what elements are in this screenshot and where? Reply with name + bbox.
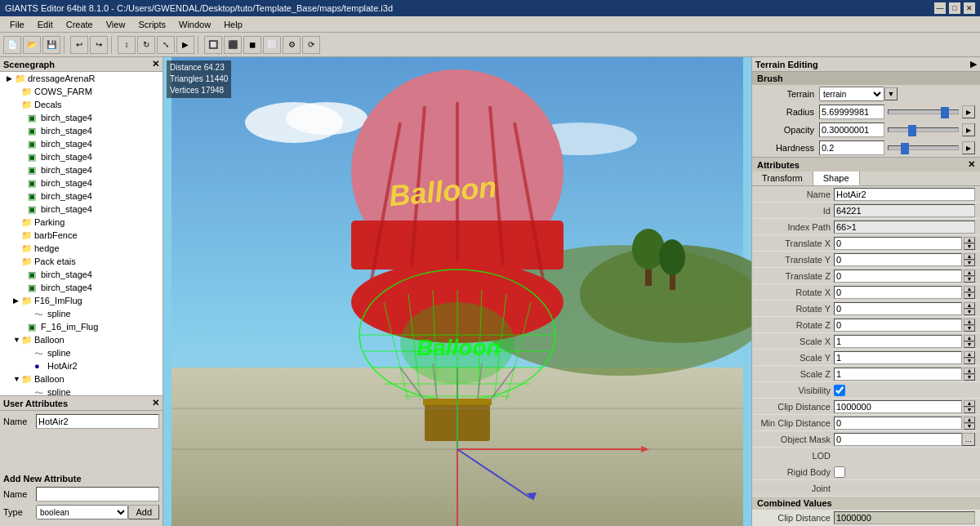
opacity-arrow[interactable]: ▶ [962, 123, 975, 136]
scale-z-up[interactable]: ▲ [964, 368, 975, 374]
hardness-input[interactable] [819, 140, 884, 155]
close-button[interactable]: ✕ [964, 2, 975, 14]
field-rotate-x-input[interactable] [834, 286, 962, 299]
translate-z-down[interactable]: ▼ [964, 276, 975, 283]
tree-item[interactable]: ▼📁Balloon [0, 333, 163, 346]
min-clip-down[interactable]: ▼ [964, 423, 975, 430]
translate-z-up[interactable]: ▲ [964, 270, 975, 276]
tree-item[interactable]: 〜spline [0, 386, 163, 395]
translate-y-up[interactable]: ▲ [964, 253, 975, 260]
menu-create[interactable]: Create [60, 16, 100, 32]
clip-dist-down[interactable]: ▼ [964, 407, 975, 413]
attrs-close[interactable]: ✕ [968, 159, 975, 170]
tab-transform[interactable]: Transform [752, 172, 813, 185]
redo-button[interactable]: ↪ [90, 36, 108, 54]
obj-mask-btn[interactable]: ... [962, 433, 975, 446]
maximize-button[interactable]: □ [949, 2, 960, 14]
scale-x-up[interactable]: ▲ [964, 335, 975, 341]
name-input[interactable] [36, 414, 159, 429]
new-button[interactable]: 📄 [3, 36, 21, 54]
translate-x-down[interactable]: ▼ [964, 243, 975, 250]
terrain-expand-btn[interactable]: ▼ [884, 87, 898, 100]
field-translate-y-input[interactable] [834, 253, 962, 266]
tree-item[interactable]: 📁Decals [0, 98, 163, 111]
tree-item[interactable]: ▣birch_stage4 [0, 268, 163, 281]
field-scale-z-input[interactable] [834, 368, 962, 381]
rotate-x-up[interactable]: ▲ [964, 286, 975, 292]
field-rotate-y-input[interactable] [834, 302, 962, 315]
tree-item[interactable]: ▣birch_stage4 [0, 203, 163, 216]
radius-slider[interactable] [888, 109, 959, 114]
radius-thumb[interactable] [941, 107, 949, 118]
attr-type-select[interactable]: boolean integer float string [36, 505, 128, 519]
minimize-button[interactable]: — [934, 2, 946, 14]
scenegraph-list[interactable]: ▶📁dressageArenaR📁COWS_FARM📁Decals▣birch_… [0, 72, 163, 395]
hardness-slider[interactable] [888, 145, 959, 150]
menu-window[interactable]: Window [172, 16, 217, 32]
field-rotate-z-input[interactable] [834, 319, 962, 332]
field-translate-z-input[interactable] [834, 270, 962, 283]
tree-item[interactable]: ▶📁F16_ImFlug [0, 294, 163, 307]
opacity-input[interactable] [819, 123, 884, 137]
rotate-z-down[interactable]: ▼ [964, 325, 975, 332]
play-button[interactable]: ▶ [176, 36, 194, 54]
tree-item[interactable]: ▣birch_stage4 [0, 124, 163, 137]
rotate-y-up[interactable]: ▲ [964, 302, 975, 309]
tree-item[interactable]: ▣birch_stage4 [0, 163, 163, 176]
user-attrs-close[interactable]: ✕ [152, 398, 159, 408]
scenegraph-close[interactable]: ✕ [152, 59, 159, 69]
refresh-button[interactable]: ⟳ [302, 36, 320, 54]
rotate-x-down[interactable]: ▼ [964, 292, 975, 299]
tree-item[interactable]: 〜spline [0, 346, 163, 359]
rotate-button[interactable]: ↻ [137, 36, 155, 54]
settings-button[interactable]: ⚙ [283, 36, 301, 54]
scale-y-up[interactable]: ▲ [964, 351, 975, 358]
tree-item[interactable]: ▣birch_stage4 [0, 176, 163, 189]
attr-name-input[interactable] [36, 487, 159, 501]
visibility-checkbox[interactable] [834, 385, 845, 396]
rotate-y-down[interactable]: ▼ [964, 309, 975, 315]
tree-item[interactable]: 📁Parking [0, 216, 163, 229]
rotate-z-up[interactable]: ▲ [964, 319, 975, 325]
undo-button[interactable]: ↩ [70, 36, 88, 54]
tree-item[interactable]: ▣birch_stage4 [0, 189, 163, 203]
viewport[interactable]: Balloon Balloon [163, 57, 751, 526]
tool1-button[interactable]: 🔲 [204, 36, 222, 54]
menu-edit[interactable]: Edit [31, 16, 60, 32]
scale-y-down[interactable]: ▼ [964, 358, 975, 364]
translate-x-up[interactable]: ▲ [964, 237, 975, 243]
menu-file[interactable]: File [3, 16, 31, 32]
tree-item[interactable]: ▣F_16_im_Flug [0, 320, 163, 333]
open-button[interactable]: 📂 [23, 36, 41, 54]
save-button[interactable]: 💾 [42, 36, 60, 54]
field-obj-mask-input[interactable] [834, 433, 962, 446]
field-scale-y-input[interactable] [834, 351, 962, 364]
tree-item[interactable]: ▣birch_stage4 [0, 111, 163, 124]
field-translate-x-input[interactable] [834, 237, 962, 250]
min-clip-up[interactable]: ▲ [964, 417, 975, 423]
opacity-thumb[interactable] [908, 125, 916, 136]
clip-dist-up[interactable]: ▲ [964, 400, 975, 407]
tree-item[interactable]: ●HotAir2 [0, 359, 163, 372]
menu-scripts[interactable]: Scripts [131, 16, 172, 32]
radius-arrow[interactable]: ▶ [962, 105, 975, 118]
field-clip-dist-input[interactable] [834, 400, 962, 413]
tree-item[interactable]: 〜spline [0, 307, 163, 320]
right-panel-expand[interactable]: ▶ [970, 59, 977, 69]
tree-item[interactable]: ▼📁Balloon [0, 372, 163, 386]
field-min-clip-input[interactable] [834, 417, 962, 430]
rigid-body-checkbox[interactable] [834, 466, 845, 478]
field-name-input[interactable] [834, 188, 975, 201]
add-attr-button[interactable]: Add [128, 505, 159, 519]
tool2-button[interactable]: ⬛ [224, 36, 242, 54]
menu-help[interactable]: Help [217, 16, 249, 32]
tool3-button[interactable]: ◼ [243, 36, 261, 54]
hardness-arrow[interactable]: ▶ [962, 141, 975, 154]
translate-button[interactable]: ↕ [118, 36, 136, 54]
menu-view[interactable]: View [100, 16, 132, 32]
field-scale-x-input[interactable] [834, 335, 962, 348]
tree-item[interactable]: ▣birch_stage4 [0, 137, 163, 150]
tree-item[interactable]: ▶📁dressageArenaR [0, 72, 163, 85]
tab-shape[interactable]: Shape [813, 172, 860, 185]
tree-item[interactable]: ▣birch_stage4 [0, 281, 163, 294]
